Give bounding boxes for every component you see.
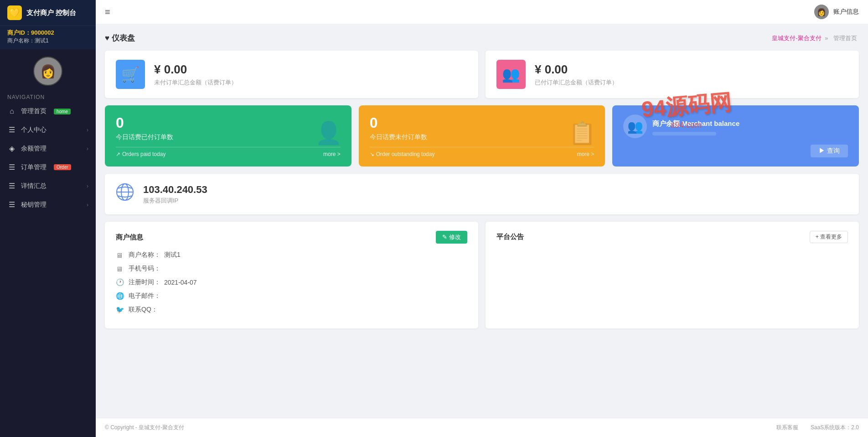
- announcement-card: 平台公告 + 查看更多: [486, 222, 859, 328]
- trend-icon: ↗: [116, 151, 120, 157]
- yellow-card-icon: 📋: [568, 120, 596, 146]
- secret-icon: ☰: [7, 200, 16, 209]
- breadcrumb-separator: »: [825, 35, 828, 42]
- order-icon: ☰: [7, 163, 16, 172]
- email-row: 🌐 电子邮件：: [116, 292, 467, 300]
- chevron-right-icon: ›: [87, 183, 88, 189]
- chevron-right-icon: ›: [87, 146, 88, 152]
- card-yellow-unpaid: 0 今日话费未付订单数 📋 ↘ Order outstanding today …: [359, 105, 605, 166]
- ip-label: 服务器回调IP: [143, 197, 207, 205]
- green-card-number: 0: [116, 114, 341, 131]
- main-content: ≡ 👩 账户信息 ♥ 仪表盘 皇城支付-聚合支付 » 管理首页 🛒 ¥ 0.00…: [96, 0, 868, 437]
- avatar: 👩: [33, 57, 62, 86]
- sidebar-item-label: 管理首页: [21, 107, 46, 115]
- sidebar: 💛 支付商户 控制台 商户ID：9000002 商户名称：测试1 👩 Navig…: [0, 0, 96, 437]
- card-green-paid: 0 今日话费已付订单数 👤 ↗ Orders paid today more >: [105, 105, 351, 166]
- phone-row: 🖥 手机号码：: [116, 265, 467, 273]
- unpaid-label: 未付订单汇总金额（话费订单）: [154, 78, 467, 87]
- footer-copyright: © Copyright - 皇城支付-聚合支付: [105, 424, 184, 432]
- balance-card-icon: 👥: [623, 114, 647, 138]
- cart-icon: 🛒: [116, 60, 145, 89]
- sidebar-item-secret[interactable]: ☰ 秘钥管理 ›: [0, 195, 96, 214]
- stat-card-unpaid: 🛒 ¥ 0.00 未付订单汇总金额（话费订单）: [105, 51, 478, 98]
- merchant-info-title: 商户信息: [116, 233, 143, 242]
- green-card-icon: 👤: [315, 120, 342, 146]
- profile-icon: ☰: [7, 125, 16, 134]
- dashboard-title: ♥ 仪表盘: [105, 33, 135, 43]
- yellow-more-link[interactable]: more >: [577, 151, 594, 157]
- edit-merchant-button[interactable]: ✎ 修改: [436, 231, 467, 244]
- ip-address: 103.40.240.53: [143, 184, 207, 196]
- monitor-icon: 🖥: [116, 251, 125, 259]
- stat-card-paid: 👥 ¥ 0.00 已付订单汇总金额（话费订单）: [486, 51, 859, 98]
- nav-section-label: Navigation: [0, 89, 96, 102]
- sidebar-merchant-info: 商户ID：9000002 商户名称：测试1: [0, 26, 96, 49]
- dashboard-header: ♥ 仪表盘 皇城支付-聚合支付 » 管理首页: [105, 33, 859, 43]
- sidebar-title: 支付商户 控制台: [26, 9, 76, 17]
- yellow-footer-text: Order outstanding today: [376, 151, 435, 157]
- yellow-card-label: 今日话费未付订单数: [370, 133, 594, 141]
- register-time-row: 🕐 注册时间： 2021-04-07: [116, 278, 467, 286]
- topbar-avatar: 👩: [814, 5, 829, 19]
- sidebar-item-label: 详情汇总: [21, 182, 46, 190]
- sidebar-item-home[interactable]: ⌂ 管理首页 home: [0, 102, 96, 120]
- sidebar-item-detail[interactable]: ☰ 详情汇总 ›: [0, 177, 96, 195]
- sidebar-header: 💛 支付商户 控制台: [0, 0, 96, 26]
- paid-icon: 👥: [496, 60, 526, 89]
- footer: © Copyright - 皇城支付-聚合支付 联系客服 SaaS系统版本：2.…: [96, 418, 868, 437]
- sidebar-item-label: 秘钥管理: [21, 201, 46, 209]
- green-more-link[interactable]: more >: [323, 151, 341, 157]
- paid-label: 已付订单汇总金额（话费订单）: [535, 78, 848, 87]
- footer-contact-link[interactable]: 联系客服: [776, 424, 798, 431]
- bottom-row: 商户信息 ✎ 修改 🖥 商户名称： 测试1 🖥 手机号码： 🕐 注册时间： 20…: [105, 222, 859, 328]
- announcement-title: 平台公告: [496, 233, 524, 241]
- sidebar-item-profile[interactable]: ☰ 个人中心 ›: [0, 120, 96, 139]
- sidebar-merchant-id: 商户ID：9000002: [7, 29, 88, 37]
- sidebar-item-order[interactable]: ☰ 订单管理 Order: [0, 158, 96, 177]
- sidebar-merchant-name: 商户名称：测试1: [7, 37, 88, 45]
- balance-icon: ◈: [7, 144, 16, 153]
- order-badge: Order: [54, 164, 71, 170]
- chevron-right-icon: ›: [87, 127, 88, 133]
- card-blue-balance: 👥 商户余额 Merchant balance ▶ 查询: [612, 105, 859, 166]
- sidebar-item-label: 订单管理: [21, 163, 46, 172]
- topbar: ≡ 👩 账户信息: [96, 0, 868, 24]
- unpaid-amount: ¥ 0.00: [154, 62, 467, 77]
- page-content: ♥ 仪表盘 皇城支付-聚合支付 » 管理首页 🛒 ¥ 0.00 未付订单汇总金额…: [96, 24, 868, 418]
- trend-icon: ↘: [370, 151, 374, 157]
- breadcrumb-link[interactable]: 皇城支付-聚合支付: [772, 35, 821, 42]
- topbar-username: 账户信息: [833, 8, 859, 16]
- blue-card-label: 商户余额 Merchant balance: [652, 120, 739, 128]
- home-icon: ⌂: [7, 107, 16, 115]
- sidebar-item-balance[interactable]: ◈ 余额管理 ›: [0, 139, 96, 158]
- detail-icon: ☰: [7, 182, 16, 190]
- phone-icon: 🖥: [116, 265, 125, 273]
- ip-section: 103.40.240.53 服务器回调IP: [105, 174, 859, 214]
- stats-row-1: 🛒 ¥ 0.00 未付订单汇总金额（话费订单） 👥 ¥ 0.00 已付订单汇总金…: [105, 51, 859, 98]
- breadcrumb-current: 管理首页: [833, 35, 857, 42]
- green-card-footer: ↗ Orders paid today more >: [116, 147, 341, 157]
- green-footer-text: Orders paid today: [122, 151, 165, 157]
- green-card-label: 今日话费已付订单数: [116, 133, 341, 141]
- footer-version: SaaS系统版本：2.0: [811, 424, 859, 431]
- breadcrumb: 皇城支付-聚合支付 » 管理首页: [772, 34, 859, 42]
- chevron-right-icon: ›: [87, 202, 88, 208]
- qq-icon: 🐦: [116, 306, 125, 314]
- view-more-button[interactable]: + 查看更多: [810, 231, 848, 243]
- user-account-button[interactable]: 👩 账户信息: [814, 5, 859, 19]
- sidebar-item-label: 余额管理: [21, 145, 46, 153]
- merchant-name-row: 🖥 商户名称： 测试1: [116, 251, 467, 259]
- yellow-card-number: 0: [370, 114, 594, 131]
- home-badge: home: [54, 109, 71, 114]
- sidebar-avatar-section: 👩: [0, 49, 96, 89]
- clock-icon: 🕐: [116, 278, 125, 286]
- paid-amount: ¥ 0.00: [535, 62, 848, 77]
- balance-query-button[interactable]: ▶ 查询: [811, 145, 848, 157]
- balance-progress-bar: [652, 132, 716, 135]
- menu-toggle-button[interactable]: ≡: [105, 7, 110, 17]
- qq-row: 🐦 联系QQ：: [116, 306, 467, 314]
- colored-cards-row: 0 今日话费已付订单数 👤 ↗ Orders paid today more >…: [105, 105, 859, 166]
- sidebar-logo-icon: 💛: [7, 5, 22, 20]
- sidebar-item-label: 个人中心: [21, 126, 46, 134]
- merchant-info-card: 商户信息 ✎ 修改 🖥 商户名称： 测试1 🖥 手机号码： 🕐 注册时间： 20…: [105, 222, 478, 328]
